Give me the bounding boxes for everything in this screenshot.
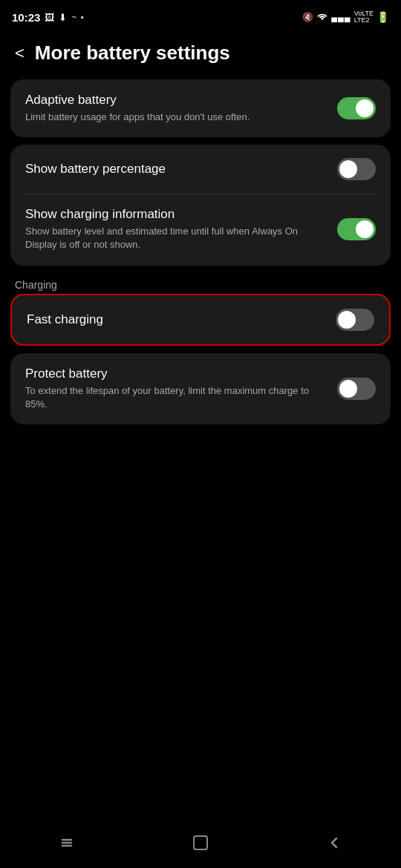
status-time: 10:23 — [12, 11, 40, 24]
show-charging-information-row[interactable]: Show charging information Show battery l… — [10, 194, 391, 265]
adaptive-battery-card: Adaptive battery Limit battery usage for… — [10, 79, 391, 137]
status-bar: 10:23 🖼 ⬇ ~ • 🔇 ▄▄▄ VoLTELTE2 🔋 — [0, 0, 401, 30]
home-button[interactable] — [186, 828, 215, 858]
charging-section: Charging Fast charging — [10, 273, 391, 346]
wifi-icon — [316, 11, 328, 24]
adaptive-battery-toggle[interactable] — [337, 97, 376, 119]
protect-battery-text: Protect battery To extend the lifespan o… — [25, 366, 337, 411]
signal-icon: ▄▄▄ — [331, 13, 351, 22]
fast-charging-title: Fast charging — [27, 312, 324, 327]
show-charging-information-desc: Show battery level and estimated time un… — [25, 225, 325, 251]
fast-charging-row[interactable]: Fast charging — [12, 295, 389, 344]
show-battery-percentage-row[interactable]: Show battery percentage — [10, 145, 391, 194]
adaptive-battery-row[interactable]: Adaptive battery Limit battery usage for… — [10, 79, 391, 137]
svg-rect-3 — [194, 836, 207, 849]
page-title: More battery settings — [35, 42, 230, 65]
back-button[interactable]: < — [15, 44, 25, 63]
fast-charging-card: Fast charging — [10, 294, 391, 346]
dot-icon: • — [81, 13, 84, 22]
status-left: 10:23 🖼 ⬇ ~ • — [12, 11, 84, 24]
fast-charging-toggle[interactable] — [336, 309, 374, 331]
show-charging-information-toggle[interactable] — [337, 218, 376, 240]
display-settings-card: Show battery percentage Show charging in… — [10, 145, 391, 265]
header: < More battery settings — [0, 30, 401, 79]
nav-bar — [0, 823, 401, 868]
fast-charging-text: Fast charging — [27, 312, 336, 327]
sim-icon: ~ — [71, 13, 76, 22]
protect-battery-row[interactable]: Protect battery To extend the lifespan o… — [10, 353, 391, 424]
protect-battery-card: Protect battery To extend the lifespan o… — [10, 353, 391, 424]
status-icons: 🔇 ▄▄▄ VoLTELTE2 🔋 — [302, 10, 389, 24]
protect-battery-title: Protect battery — [25, 366, 325, 381]
mute-icon: 🔇 — [302, 12, 313, 22]
photo-icon: 🖼 — [45, 12, 54, 23]
download-icon: ⬇ — [59, 12, 67, 23]
show-charging-information-text: Show charging information Show battery l… — [25, 207, 337, 251]
lte-icon: VoLTELTE2 — [354, 10, 374, 24]
adaptive-battery-title: Adaptive battery — [25, 93, 325, 108]
battery-icon: 🔋 — [376, 11, 389, 23]
charging-section-label: Charging — [10, 273, 391, 294]
back-nav-button[interactable] — [319, 828, 349, 858]
show-charging-information-title: Show charging information — [25, 207, 325, 222]
protect-battery-desc: To extend the lifespan of your battery, … — [25, 384, 325, 411]
show-battery-percentage-title: Show battery percentage — [25, 162, 325, 177]
settings-content: Adaptive battery Limit battery usage for… — [0, 79, 401, 424]
adaptive-battery-desc: Limit battery usage for apps that you do… — [25, 111, 325, 124]
recent-apps-button[interactable] — [52, 828, 82, 858]
adaptive-battery-text: Adaptive battery Limit battery usage for… — [25, 93, 337, 124]
protect-battery-toggle[interactable] — [337, 378, 376, 400]
show-battery-percentage-text: Show battery percentage — [25, 162, 337, 177]
show-battery-percentage-toggle[interactable] — [337, 158, 376, 180]
